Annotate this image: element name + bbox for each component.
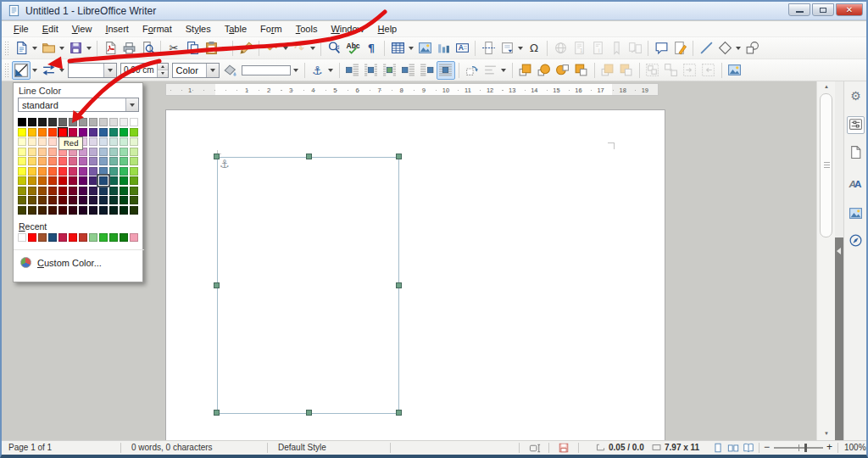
color-swatch[interactable]: [99, 137, 108, 146]
align-objects-button[interactable]: [481, 61, 500, 80]
color-swatch[interactable]: [89, 196, 97, 204]
selection-handle[interactable]: [396, 282, 402, 288]
toolbar-grip[interactable]: [4, 41, 8, 56]
wrap-on-button[interactable]: [362, 61, 381, 80]
color-swatch[interactable]: [79, 187, 87, 195]
anchor-button-dropdown[interactable]: [327, 61, 335, 80]
color-swatch[interactable]: [89, 118, 97, 126]
color-swatch[interactable]: [38, 196, 47, 204]
color-swatch[interactable]: [120, 137, 128, 146]
color-swatch[interactable]: [99, 206, 108, 215]
wrap-left-button[interactable]: [399, 61, 418, 80]
color-swatch[interactable]: [69, 167, 77, 176]
insert-table-button[interactable]: [388, 39, 407, 58]
recent-color-swatch[interactable]: [99, 233, 108, 242]
area-style-combo[interactable]: Color: [172, 63, 220, 78]
color-swatch[interactable]: [99, 176, 108, 185]
exit-group-button[interactable]: [699, 61, 718, 80]
recent-color-swatch[interactable]: [58, 233, 67, 242]
color-swatch[interactable]: [18, 196, 26, 204]
color-swatch[interactable]: [79, 157, 87, 165]
print-preview-button[interactable]: [138, 39, 157, 58]
menu-edit[interactable]: Edit: [36, 22, 65, 36]
insert-textbox-button[interactable]: A: [453, 39, 471, 58]
color-swatch[interactable]: [79, 196, 87, 204]
line-color-button-dropdown[interactable]: [31, 61, 38, 80]
selection-handle[interactable]: [306, 410, 312, 416]
save-button[interactable]: [66, 39, 85, 58]
wrap-right-button[interactable]: [418, 61, 437, 80]
color-swatch[interactable]: [58, 206, 67, 215]
recent-color-swatch[interactable]: [38, 233, 47, 242]
color-swatch[interactable]: [89, 137, 97, 146]
basic-shapes-button-dropdown[interactable]: [734, 39, 742, 58]
color-swatch[interactable]: [28, 167, 36, 176]
selected-frame[interactable]: ⚓: [217, 157, 399, 414]
send-to-back-button[interactable]: [572, 61, 591, 80]
arrow-style-button-dropdown[interactable]: [58, 61, 65, 80]
menu-file[interactable]: File: [7, 22, 36, 36]
selection-handle[interactable]: [396, 154, 402, 159]
forward-one-button[interactable]: [535, 61, 554, 80]
color-swatch[interactable]: [28, 137, 36, 146]
wrap-off-button[interactable]: [343, 61, 362, 80]
color-swatch[interactable]: [38, 128, 47, 137]
fill-color-button-dropdown[interactable]: [292, 61, 300, 80]
page-count[interactable]: Page 1 of 1: [8, 443, 52, 452]
insert-field-button-dropdown[interactable]: [516, 39, 524, 58]
color-swatch[interactable]: [109, 148, 118, 156]
sidebar-splitter[interactable]: [835, 81, 843, 440]
color-swatch[interactable]: [79, 176, 87, 185]
new-document-button-dropdown[interactable]: [31, 39, 38, 58]
menu-window[interactable]: Window: [324, 22, 370, 36]
color-swatch[interactable]: [48, 187, 57, 195]
insert-cross-reference-button[interactable]: [626, 39, 644, 58]
color-swatch[interactable]: [48, 206, 57, 215]
menu-styles[interactable]: Styles: [179, 22, 218, 36]
color-swatch[interactable]: [38, 118, 47, 126]
color-swatch[interactable]: [130, 128, 138, 137]
print-button[interactable]: [120, 39, 138, 58]
color-swatch[interactable]: [28, 128, 36, 137]
ungroup-button[interactable]: [662, 61, 681, 80]
page-style[interactable]: Default Style: [278, 443, 326, 452]
color-swatch[interactable]: [120, 148, 128, 156]
color-swatch[interactable]: [69, 196, 77, 204]
document-page[interactable]: ⚓: [165, 109, 665, 440]
color-swatch[interactable]: [130, 137, 138, 146]
color-swatch[interactable]: [48, 157, 57, 165]
dropdown-arrow-icon[interactable]: [206, 64, 219, 77]
color-swatch[interactable]: [38, 137, 47, 146]
color-swatch[interactable]: [120, 128, 128, 137]
open-button-dropdown[interactable]: [58, 39, 65, 58]
color-swatch[interactable]: [109, 196, 118, 204]
navigator-tab[interactable]: [847, 232, 865, 250]
paste-button-dropdown[interactable]: [220, 39, 228, 58]
redo-button-dropdown[interactable]: [309, 39, 316, 58]
undo-button-dropdown[interactable]: [281, 39, 289, 58]
color-swatch[interactable]: [69, 118, 77, 126]
color-swatch[interactable]: [109, 176, 118, 185]
color-swatch[interactable]: [18, 118, 26, 126]
color-swatch[interactable]: [58, 157, 67, 165]
insert-table-button-dropdown[interactable]: [407, 39, 415, 58]
color-swatch[interactable]: [130, 157, 138, 165]
color-swatch[interactable]: [109, 206, 118, 215]
color-swatch[interactable]: [89, 176, 97, 185]
scroll-down-icon[interactable]: ▼: [817, 431, 836, 436]
wrap-through-button[interactable]: [437, 61, 455, 80]
color-swatch[interactable]: [89, 157, 97, 165]
close-button[interactable]: ✕: [836, 3, 863, 16]
color-swatch[interactable]: [120, 176, 128, 185]
color-swatch[interactable]: [69, 187, 77, 195]
anchor-icon[interactable]: ⚓: [220, 159, 230, 170]
scroll-up-icon[interactable]: ▲: [817, 84, 836, 89]
insert-image-button[interactable]: [415, 39, 434, 58]
color-swatch[interactable]: [18, 167, 26, 176]
color-swatch[interactable]: [38, 206, 47, 215]
color-swatch[interactable]: [48, 196, 57, 204]
styles-tab[interactable]: AA: [847, 176, 865, 193]
color-swatch[interactable]: [28, 118, 36, 126]
color-swatch[interactable]: [18, 187, 26, 195]
color-swatch[interactable]: [48, 118, 57, 126]
